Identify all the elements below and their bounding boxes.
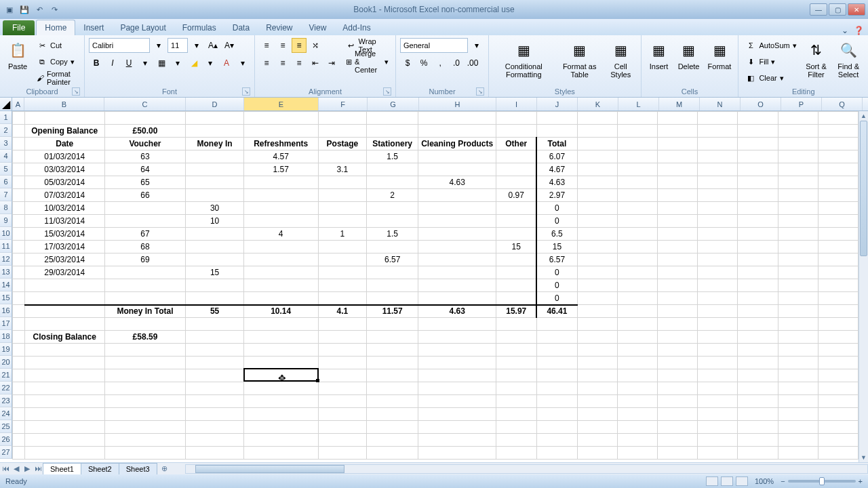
- cell-B22[interactable]: [24, 382, 104, 395]
- cell-C8[interactable]: [104, 202, 186, 215]
- row-header-19[interactable]: 19: [0, 343, 12, 356]
- cell-O27[interactable]: [738, 447, 778, 460]
- cell-K15[interactable]: [577, 292, 617, 305]
- cell-N14[interactable]: [698, 279, 738, 292]
- cell-Q25[interactable]: [818, 421, 858, 434]
- cell-D19[interactable]: [186, 344, 244, 357]
- cell-G26[interactable]: [367, 434, 418, 447]
- maximize-button[interactable]: ▢: [829, 3, 846, 16]
- cell-A2[interactable]: [13, 125, 25, 138]
- sort-filter-button[interactable]: ⇅Sort & Filter: [802, 38, 831, 80]
- increase-decimal-icon[interactable]: .0: [449, 56, 464, 70]
- cell-B10[interactable]: 15/03/2014: [24, 228, 104, 241]
- clipboard-dialog-icon[interactable]: ↘: [72, 87, 80, 96]
- cell-P26[interactable]: [778, 434, 818, 447]
- cell-K17[interactable]: [577, 318, 617, 331]
- cell-I27[interactable]: [496, 447, 537, 460]
- cell-G16[interactable]: 11.57: [367, 305, 418, 318]
- cell-N19[interactable]: [698, 344, 738, 357]
- minimize-button[interactable]: —: [810, 3, 827, 16]
- cell-J24[interactable]: [536, 408, 577, 421]
- row-header-25[interactable]: 25: [0, 420, 12, 433]
- cell-E21[interactable]: [243, 369, 318, 382]
- cell-A24[interactable]: [13, 408, 25, 421]
- cell-H9[interactable]: [418, 215, 496, 228]
- data-tab[interactable]: Data: [224, 20, 258, 35]
- cell-B17[interactable]: [24, 318, 104, 331]
- cell-B6[interactable]: 05/03/2014: [24, 176, 104, 189]
- alignment-dialog-icon[interactable]: ↘: [383, 87, 391, 96]
- row-header-6[interactable]: 6: [0, 176, 12, 188]
- cell-H16[interactable]: 4.63: [418, 305, 496, 318]
- cell-N26[interactable]: [698, 434, 738, 447]
- number-dialog-icon[interactable]: ↘: [476, 87, 484, 96]
- cell-G10[interactable]: 1.5: [367, 228, 418, 241]
- cell-B11[interactable]: 17/03/2014: [24, 241, 104, 253]
- row-header-9[interactable]: 9: [0, 214, 12, 227]
- cell-E14[interactable]: [243, 279, 318, 292]
- cell-K24[interactable]: [577, 408, 617, 421]
- cell-J27[interactable]: [536, 447, 577, 460]
- cell-O11[interactable]: [738, 241, 778, 253]
- cell-O7[interactable]: [738, 189, 778, 202]
- cell-K4[interactable]: [577, 150, 617, 163]
- accounting-icon[interactable]: $: [400, 56, 415, 70]
- cell-G20[interactable]: [367, 357, 418, 369]
- cell-P7[interactable]: [778, 189, 818, 202]
- cell-H13[interactable]: [418, 266, 496, 279]
- decrease-indent-icon[interactable]: ⇤: [308, 56, 323, 70]
- cell-N10[interactable]: [698, 228, 738, 241]
- save-icon[interactable]: 💾: [19, 4, 30, 15]
- cell-A11[interactable]: [13, 241, 25, 253]
- cell-H15[interactable]: [418, 292, 496, 305]
- cell-K25[interactable]: [577, 421, 617, 434]
- cell-B23[interactable]: [24, 395, 104, 408]
- chevron-down-icon[interactable]: ▾: [469, 38, 484, 53]
- cell-I21[interactable]: [496, 369, 537, 382]
- cell-D4[interactable]: [186, 150, 244, 163]
- sheet-tab-sheet2[interactable]: Sheet2: [81, 463, 119, 474]
- cell-M1[interactable]: [657, 112, 697, 125]
- row-header-7[interactable]: 7: [0, 188, 12, 201]
- cell-M4[interactable]: [657, 150, 697, 163]
- cell-P15[interactable]: [778, 292, 818, 305]
- cell-K7[interactable]: [577, 189, 617, 202]
- cell-Q23[interactable]: [818, 395, 858, 408]
- cell-J18[interactable]: [536, 331, 577, 344]
- cell-C21[interactable]: [104, 369, 186, 382]
- cell-N20[interactable]: [698, 357, 738, 369]
- cell-L17[interactable]: [617, 318, 657, 331]
- cell-D13[interactable]: 15: [186, 266, 244, 279]
- cell-L11[interactable]: [617, 241, 657, 253]
- row-header-17[interactable]: 17: [0, 317, 12, 330]
- cell-B27[interactable]: [24, 447, 104, 460]
- cell-A27[interactable]: [13, 447, 25, 460]
- column-header-O[interactable]: O: [741, 98, 781, 110]
- cell-E22[interactable]: [243, 382, 318, 395]
- cell-G2[interactable]: [367, 125, 418, 138]
- cell-P11[interactable]: [778, 241, 818, 253]
- cell-E5[interactable]: 1.57: [243, 163, 318, 176]
- cell-K12[interactable]: [577, 253, 617, 266]
- cell-P19[interactable]: [778, 344, 818, 357]
- cell-G8[interactable]: [367, 202, 418, 215]
- cell-G6[interactable]: [367, 176, 418, 189]
- cell-styles-button[interactable]: ▦Cell Styles: [605, 38, 637, 80]
- cell-A7[interactable]: [13, 189, 25, 202]
- cell-A8[interactable]: [13, 202, 25, 215]
- cell-Q11[interactable]: [818, 241, 858, 253]
- zoom-out-icon[interactable]: −: [781, 477, 785, 485]
- cell-G27[interactable]: [367, 447, 418, 460]
- cell-E4[interactable]: 4.57: [243, 150, 318, 163]
- cell-D15[interactable]: [186, 292, 244, 305]
- cell-C27[interactable]: [104, 447, 186, 460]
- cell-G17[interactable]: [367, 318, 418, 331]
- cell-M10[interactable]: [657, 228, 697, 241]
- cell-N1[interactable]: [698, 112, 738, 125]
- cell-F12[interactable]: [318, 253, 367, 266]
- cell-I15[interactable]: [496, 292, 537, 305]
- cell-N9[interactable]: [698, 215, 738, 228]
- row-header-16[interactable]: 16: [0, 304, 12, 317]
- view-tab[interactable]: View: [301, 20, 335, 35]
- cell-E7[interactable]: [243, 189, 318, 202]
